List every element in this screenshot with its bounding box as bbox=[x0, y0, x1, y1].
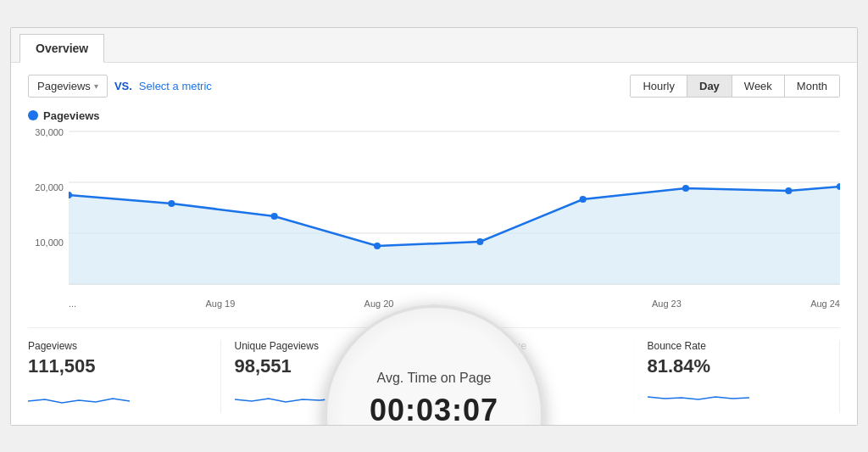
stat-pageviews-value: 111,505 bbox=[28, 355, 207, 377]
svg-point-11 bbox=[682, 185, 689, 192]
chart-canvas bbox=[69, 127, 840, 297]
select-metric-link[interactable]: Select a metric bbox=[139, 80, 212, 92]
svg-point-8 bbox=[374, 243, 381, 249]
stat-pageviews-label: Pageviews bbox=[28, 340, 207, 352]
magnify-overlay: Avg. Time on Page 00:03:07 bbox=[324, 304, 544, 426]
chart-section: Pageviews 30,000 20,000 10,000 bbox=[28, 109, 840, 310]
y-label-20k: 20,000 bbox=[28, 182, 64, 193]
dropdown-arrow-icon: ▾ bbox=[94, 81, 98, 91]
top-controls: Pageviews ▾ VS. Select a metric Hourly D… bbox=[28, 75, 840, 98]
tab-overview[interactable]: Overview bbox=[19, 34, 104, 63]
time-btn-day[interactable]: Day bbox=[687, 75, 732, 97]
magnify-title: Avg. Time on Page bbox=[377, 371, 492, 386]
stat-bounce-label: Bounce Rate bbox=[648, 340, 826, 352]
svg-point-10 bbox=[580, 196, 587, 203]
time-btn-month[interactable]: Month bbox=[785, 75, 839, 97]
svg-point-9 bbox=[476, 238, 483, 245]
metric-dropdown[interactable]: Pageviews ▾ bbox=[28, 75, 108, 98]
content-area: Pageviews ▾ VS. Select a metric Hourly D… bbox=[11, 63, 857, 425]
chart-body: ... Aug 19 Aug 20 Aug 23 Aug 24 bbox=[69, 127, 840, 310]
stats-row: Pageviews 111,505 Unique Pageviews 98,55… bbox=[28, 327, 840, 413]
x-label-aug19: Aug 19 bbox=[205, 299, 235, 309]
sparkline-unique bbox=[235, 384, 337, 410]
chart-legend: Pageviews bbox=[28, 109, 840, 122]
y-label-10k: 10,000 bbox=[28, 237, 64, 248]
svg-point-6 bbox=[168, 200, 175, 207]
y-axis: 30,000 20,000 10,000 bbox=[28, 127, 69, 310]
x-label-aug20: Aug 20 bbox=[364, 299, 394, 309]
time-btn-week[interactable]: Week bbox=[732, 75, 785, 97]
y-label-30k: 30,000 bbox=[28, 127, 64, 137]
left-controls: Pageviews ▾ VS. Select a metric bbox=[28, 75, 212, 98]
svg-point-12 bbox=[785, 187, 792, 194]
svg-marker-4 bbox=[69, 187, 840, 284]
metric-dropdown-label: Pageviews bbox=[37, 80, 91, 92]
x-label-dots: ... bbox=[69, 299, 76, 309]
legend-dot-icon bbox=[28, 110, 38, 120]
svg-point-7 bbox=[271, 213, 278, 220]
time-period-buttons: Hourly Day Week Month bbox=[630, 75, 840, 98]
magnify-value: 00:03:07 bbox=[370, 393, 498, 426]
stat-bounce-value: 81.84% bbox=[648, 355, 826, 377]
x-label-aug23: Aug 23 bbox=[652, 299, 682, 309]
stat-bounce-rate: Bounce Rate 81.84% bbox=[634, 340, 841, 413]
analytics-container: Overview Pageviews ▾ VS. Select a metric… bbox=[10, 27, 858, 426]
chart-legend-label: Pageviews bbox=[43, 109, 100, 122]
vs-label: VS. bbox=[114, 80, 132, 92]
x-label-aug24: Aug 24 bbox=[810, 299, 840, 309]
sparkline-pageviews bbox=[28, 384, 130, 410]
time-btn-hourly[interactable]: Hourly bbox=[631, 75, 687, 97]
chart-with-y-axis: 30,000 20,000 10,000 bbox=[28, 127, 840, 310]
sparkline-bounce bbox=[648, 384, 749, 410]
line-chart-svg bbox=[69, 127, 840, 297]
tab-bar: Overview bbox=[11, 28, 857, 63]
stat-pageviews: Pageviews 111,505 bbox=[28, 340, 221, 413]
